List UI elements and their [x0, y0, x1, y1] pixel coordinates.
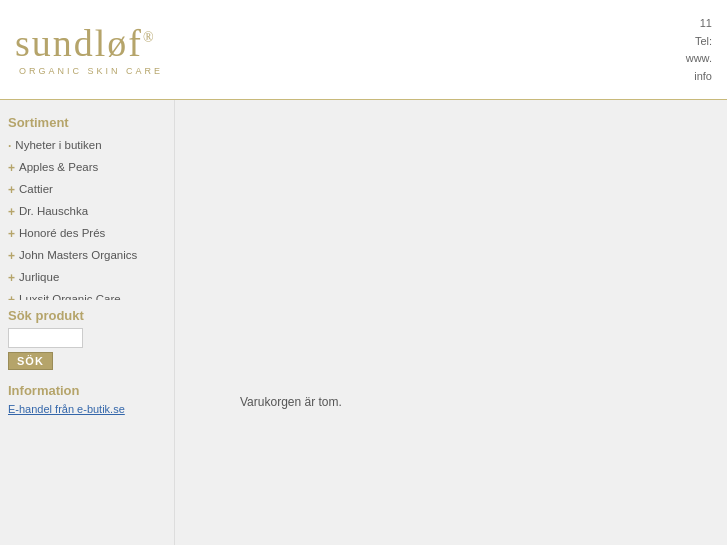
- search-button[interactable]: SÖK: [8, 352, 53, 370]
- bullet-icon: +: [8, 159, 15, 177]
- logo-area: sundløf® ORGANIC SKIN CARE: [15, 24, 163, 76]
- nav-item-label: Dr. Hauschka: [19, 203, 88, 220]
- nav-item-label: Honoré des Prés: [19, 225, 105, 242]
- list-item[interactable]: +Dr. Hauschka: [0, 201, 174, 223]
- bullet-icon: +: [8, 203, 15, 221]
- sidebar: Sortiment ·Nyheter i butiken+Apples & Pe…: [0, 100, 175, 545]
- bullet-icon: +: [8, 225, 15, 243]
- bullet-icon: +: [8, 181, 15, 199]
- main-layout: Sortiment ·Nyheter i butiken+Apples & Pe…: [0, 100, 727, 545]
- list-item[interactable]: +John Masters Organics: [0, 245, 174, 267]
- registered-mark: ®: [143, 30, 156, 45]
- search-title: Sök produkt: [8, 308, 166, 323]
- contact-info: info: [686, 68, 712, 86]
- bullet-icon: ·: [8, 137, 11, 155]
- nav-item-label: Jurlique: [19, 269, 59, 286]
- nav-item-label: Luxsit Organic Care: [19, 291, 121, 300]
- contact-tel: Tel:: [686, 33, 712, 51]
- contact-www: www.: [686, 50, 712, 68]
- info-section: Information E-handel från e-butik.se: [0, 375, 174, 421]
- list-item[interactable]: +Jurlique: [0, 267, 174, 289]
- bullet-icon: +: [8, 247, 15, 265]
- list-item[interactable]: +Cattier: [0, 179, 174, 201]
- bullet-icon: +: [8, 269, 15, 287]
- sortiment-title: Sortiment: [0, 110, 174, 135]
- cart-empty-text: Varukorgen är tom.: [240, 395, 342, 409]
- list-item[interactable]: +Honoré des Prés: [0, 223, 174, 245]
- nav-item-label: Cattier: [19, 181, 53, 198]
- bullet-icon: +: [8, 291, 15, 300]
- logo: sundløf®: [15, 24, 156, 62]
- logo-subtitle: ORGANIC SKIN CARE: [19, 66, 163, 76]
- nav-item-label: John Masters Organics: [19, 247, 137, 264]
- nav-item-label: Nyheter i butiken: [15, 137, 101, 154]
- contact-line1: 11: [686, 15, 712, 33]
- nav-item-label: Apples & Pears: [19, 159, 98, 176]
- list-item[interactable]: +Luxsit Organic Care: [0, 289, 174, 300]
- search-section: Sök produkt SÖK: [0, 300, 174, 375]
- ehandel-link[interactable]: E-handel från e-butik.se: [8, 403, 125, 415]
- header: sundløf® ORGANIC SKIN CARE 11 Tel: www. …: [0, 0, 727, 100]
- nav-list[interactable]: ·Nyheter i butiken+Apples & Pears+Cattie…: [0, 135, 174, 300]
- content-area: Varukorgen är tom.: [175, 100, 727, 545]
- list-item[interactable]: +Apples & Pears: [0, 157, 174, 179]
- list-item[interactable]: ·Nyheter i butiken: [0, 135, 174, 157]
- info-title: Information: [8, 383, 166, 398]
- header-contact: 11 Tel: www. info: [686, 15, 712, 85]
- search-input[interactable]: [8, 328, 83, 348]
